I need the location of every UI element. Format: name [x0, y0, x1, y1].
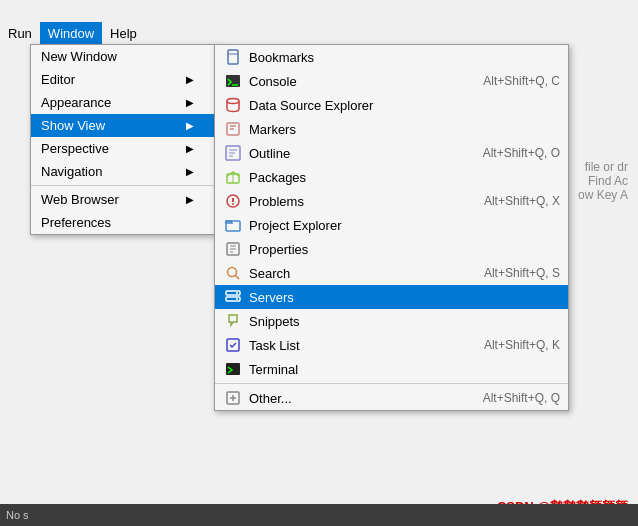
terminal-icon	[223, 361, 243, 377]
arrow-icon: ▶	[186, 166, 194, 177]
arrow-icon: ▶	[186, 120, 194, 131]
svg-rect-29	[226, 363, 240, 375]
arrow-icon: ▶	[186, 74, 194, 85]
properties-icon	[223, 241, 243, 257]
other-icon	[223, 390, 243, 406]
menu-item-editor[interactable]: Editor ▶	[31, 68, 214, 91]
menubar-item-run[interactable]: Run	[0, 22, 40, 44]
arrow-icon: ▶	[186, 194, 194, 205]
svg-point-16	[232, 203, 234, 205]
svg-point-22	[228, 268, 237, 277]
problems-icon	[223, 193, 243, 209]
submenu-separator	[215, 383, 568, 384]
menu-item-appearance[interactable]: Appearance ▶	[31, 91, 214, 114]
submenu-item-console[interactable]: Console Alt+Shift+Q, C	[215, 69, 568, 93]
submenu-item-datasource[interactable]: Data Source Explorer	[215, 93, 568, 117]
menubar: Run Window Help	[0, 22, 638, 44]
packages-icon	[223, 169, 243, 185]
arrow-icon: ▶	[186, 97, 194, 108]
submenu-item-bookmarks[interactable]: Bookmarks	[215, 45, 568, 69]
submenu-item-project-explorer[interactable]: Project Explorer	[215, 213, 568, 237]
snippets-icon	[223, 313, 243, 329]
showview-submenu: Bookmarks Console Alt+Shift+Q, C Data So…	[214, 44, 569, 411]
menu-item-web-browser[interactable]: Web Browser ▶	[31, 188, 214, 211]
submenu-item-packages[interactable]: Packages	[215, 165, 568, 189]
menubar-item-help[interactable]: Help	[102, 22, 145, 44]
menu-item-show-view[interactable]: Show View ▶	[31, 114, 214, 137]
task-list-icon	[223, 337, 243, 353]
datasource-icon	[223, 97, 243, 113]
submenu-item-outline[interactable]: Outline Alt+Shift+Q, O	[215, 141, 568, 165]
submenu-item-servers[interactable]: Servers	[215, 285, 568, 309]
submenu-item-problems[interactable]: Problems Alt+Shift+Q, X	[215, 189, 568, 213]
submenu-item-markers[interactable]: Markers	[215, 117, 568, 141]
project-explorer-icon	[223, 217, 243, 233]
status-bar: No s	[0, 504, 638, 526]
menu-item-new-window[interactable]: New Window	[31, 45, 214, 68]
markers-icon	[223, 121, 243, 137]
status-text: No s	[6, 509, 29, 521]
svg-point-4	[227, 99, 239, 104]
servers-icon	[223, 289, 243, 305]
submenu-item-properties[interactable]: Properties	[215, 237, 568, 261]
menu-item-navigation[interactable]: Navigation ▶	[31, 160, 214, 183]
svg-point-27	[236, 298, 238, 300]
outline-icon	[223, 145, 243, 161]
menu-item-preferences[interactable]: Preferences	[31, 211, 214, 234]
submenu-item-task-list[interactable]: Task List Alt+Shift+Q, K	[215, 333, 568, 357]
search-icon	[223, 265, 243, 281]
svg-line-23	[236, 276, 240, 280]
console-icon	[223, 73, 243, 89]
menu-item-perspective[interactable]: Perspective ▶	[31, 137, 214, 160]
svg-point-26	[236, 292, 238, 294]
menubar-item-window[interactable]: Window	[40, 22, 102, 44]
submenu-item-terminal[interactable]: Terminal	[215, 357, 568, 381]
submenu-item-search[interactable]: Search Alt+Shift+Q, S	[215, 261, 568, 285]
window-menu: New Window Editor ▶ Appearance ▶ Show Vi…	[30, 44, 215, 235]
submenu-item-other[interactable]: Other... Alt+Shift+Q, Q	[215, 386, 568, 410]
arrow-icon: ▶	[186, 143, 194, 154]
submenu-item-snippets[interactable]: Snippets	[215, 309, 568, 333]
svg-rect-0	[228, 50, 238, 64]
bookmarks-icon	[223, 49, 243, 65]
menu-separator	[31, 185, 214, 186]
editor-hint: file or dr Find Ac ow Key A	[578, 160, 628, 202]
